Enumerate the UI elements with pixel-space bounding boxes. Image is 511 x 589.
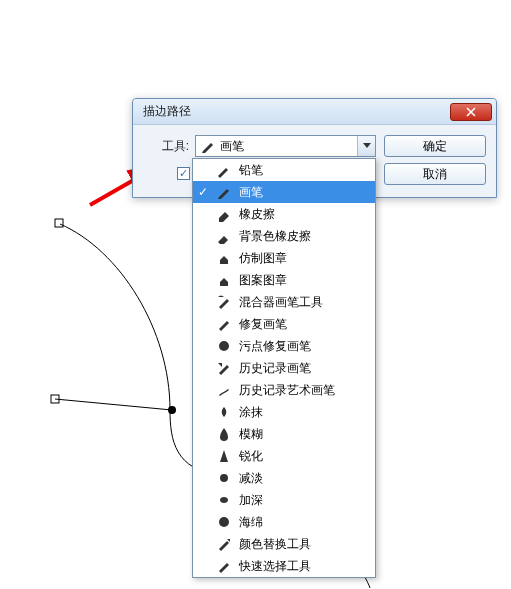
tool-option-label: 修复画笔: [239, 316, 371, 333]
clone-stamp-icon: [215, 249, 233, 267]
background-eraser-icon: [215, 227, 233, 245]
smudge-icon: [215, 403, 233, 421]
history-brush-icon: [215, 359, 233, 377]
spot-healing-brush-icon: [215, 337, 233, 355]
close-button[interactable]: [450, 103, 492, 121]
sponge-icon: [215, 513, 233, 531]
close-icon: [466, 107, 476, 117]
burn-icon: [215, 491, 233, 509]
tool-option-label: 混合器画笔工具: [239, 294, 371, 311]
tool-option-label: 历史记录艺术画笔: [239, 382, 371, 399]
tool-option-label: 海绵: [239, 514, 371, 531]
mixer-brush-icon: [215, 293, 233, 311]
tool-option-sponge[interactable]: 海绵: [193, 511, 375, 533]
simulate-pressure-checkbox[interactable]: ✓: [177, 167, 190, 180]
tool-option-healing-brush[interactable]: 修复画笔: [193, 313, 375, 335]
tool-option-spot-healing-brush[interactable]: 污点修复画笔: [193, 335, 375, 357]
tool-option-label: 橡皮擦: [239, 206, 371, 223]
tool-option-art-history-brush[interactable]: 历史记录艺术画笔: [193, 379, 375, 401]
tool-option-label: 污点修复画笔: [239, 338, 371, 355]
tool-option-pencil[interactable]: 铅笔: [193, 159, 375, 181]
color-replacement-icon: [215, 535, 233, 553]
tool-option-color-replacement[interactable]: 颜色替换工具: [193, 533, 375, 555]
tool-option-sharpen[interactable]: 锐化: [193, 445, 375, 467]
sharpen-icon: [215, 447, 233, 465]
tool-option-label: 锐化: [239, 448, 371, 465]
pattern-stamp-icon: [215, 271, 233, 289]
cancel-button[interactable]: 取消: [384, 163, 486, 185]
tool-option-label: 模糊: [239, 426, 371, 443]
dialog-titlebar[interactable]: 描边路径: [133, 99, 496, 125]
tool-option-history-brush[interactable]: 历史记录画笔: [193, 357, 375, 379]
tool-option-mixer-brush[interactable]: 混合器画笔工具: [193, 291, 375, 313]
svg-rect-0: [55, 219, 63, 227]
tool-option-label: 画笔: [239, 184, 371, 201]
tool-option-clone-stamp[interactable]: 仿制图章: [193, 247, 375, 269]
tool-option-eraser[interactable]: 橡皮擦: [193, 203, 375, 225]
ok-button[interactable]: 确定: [384, 135, 486, 157]
pencil-icon: [215, 161, 233, 179]
eraser-icon: [215, 205, 233, 223]
tool-option-quick-selection[interactable]: 快速选择工具: [193, 555, 375, 577]
tool-option-blur[interactable]: 模糊: [193, 423, 375, 445]
tool-option-pattern-stamp[interactable]: 图案图章: [193, 269, 375, 291]
dodge-icon: [215, 469, 233, 487]
tool-option-label: 背景色橡皮擦: [239, 228, 371, 245]
tool-dropdown-list[interactable]: 铅笔✓画笔橡皮擦背景色橡皮擦仿制图章图案图章混合器画笔工具修复画笔污点修复画笔历…: [192, 158, 376, 578]
blur-icon: [215, 425, 233, 443]
combobox-value: 画笔: [220, 138, 244, 155]
tool-combobox[interactable]: 画笔: [195, 135, 376, 157]
tool-option-label: 颜色替换工具: [239, 536, 371, 553]
tool-option-dodge[interactable]: 减淡: [193, 467, 375, 489]
svg-line-3: [55, 399, 172, 410]
chevron-down-icon: [357, 136, 375, 156]
dialog-title: 描边路径: [143, 103, 191, 120]
healing-brush-icon: [215, 315, 233, 333]
tool-option-label: 历史记录画笔: [239, 360, 371, 377]
tool-option-label: 减淡: [239, 470, 371, 487]
art-history-brush-icon: [215, 381, 233, 399]
tool-option-label: 图案图章: [239, 272, 371, 289]
tool-option-brush[interactable]: ✓画笔: [193, 181, 375, 203]
tool-option-label: 涂抹: [239, 404, 371, 421]
tool-option-label: 加深: [239, 492, 371, 509]
tool-option-burn[interactable]: 加深: [193, 489, 375, 511]
tool-option-label: 快速选择工具: [239, 558, 371, 575]
tool-option-background-eraser[interactable]: 背景色橡皮擦: [193, 225, 375, 247]
tool-label: 工具:: [143, 138, 189, 155]
brush-icon: [200, 138, 216, 154]
quick-selection-icon: [215, 557, 233, 575]
brush-icon: [215, 183, 233, 201]
tool-option-smudge[interactable]: 涂抹: [193, 401, 375, 423]
tool-option-label: 铅笔: [239, 162, 371, 179]
checkmark-icon: ✓: [197, 185, 209, 199]
tool-option-label: 仿制图章: [239, 250, 371, 267]
